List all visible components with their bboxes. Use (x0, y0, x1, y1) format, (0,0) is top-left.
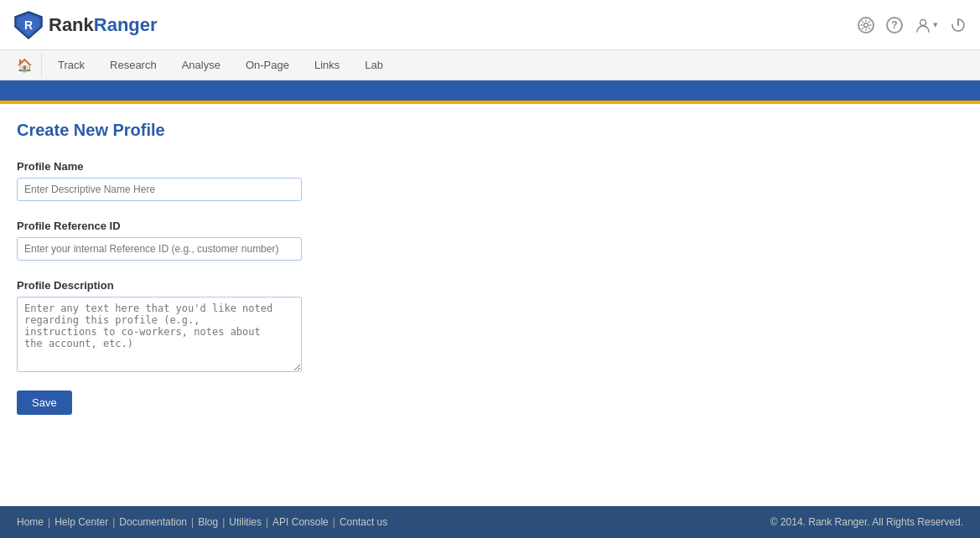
profile-name-input[interactable] (17, 178, 302, 201)
profile-name-group: Profile Name (17, 160, 963, 201)
footer-copyright: © 2014. Rank Ranger. All Rights Reserved… (770, 516, 963, 528)
nav-tab-track[interactable]: Track (45, 51, 97, 79)
user-dropdown-arrow: ▾ (933, 19, 938, 30)
page-title: Create New Profile (17, 121, 963, 140)
header-icons: ? ▾ (858, 17, 967, 34)
footer-sep-5: | (266, 516, 268, 528)
save-button[interactable]: Save (17, 391, 72, 415)
profile-ref-group: Profile Reference ID (17, 220, 963, 261)
profile-desc-label: Profile Description (17, 279, 963, 292)
nav-tab-lab[interactable]: Lab (352, 51, 396, 79)
svg-point-3 (864, 23, 869, 27)
profile-desc-group: Profile Description (17, 279, 963, 372)
header: R RankRanger ? ▾ (0, 0, 980, 50)
help-icon[interactable]: ? (886, 17, 903, 34)
nav-tab-analyse[interactable]: Analyse (169, 51, 233, 79)
footer-link-contactus[interactable]: Contact us (340, 516, 387, 528)
user-menu[interactable]: ▾ (915, 17, 938, 34)
footer-link-home[interactable]: Home (17, 516, 44, 528)
footer-sep-4: | (222, 516, 225, 528)
nav-tab-links[interactable]: Links (302, 51, 352, 79)
logo[interactable]: R RankRanger (13, 10, 158, 40)
logo-shield-icon: R (13, 10, 44, 40)
footer-link-helpcenter[interactable]: Help Center (54, 516, 108, 528)
svg-text:R: R (24, 18, 33, 32)
footer-sep-6: | (333, 516, 335, 528)
blue-banner (0, 80, 980, 104)
footer-link-apiconsole[interactable]: API Console (272, 516, 329, 528)
footer-link-documentation[interactable]: Documentation (119, 516, 187, 528)
profile-name-label: Profile Name (17, 160, 963, 173)
profile-ref-input[interactable] (17, 237, 302, 261)
footer-link-utilities[interactable]: Utilities (229, 516, 262, 528)
footer: Home | Help Center | Documentation | Blo… (0, 506, 980, 538)
user-icon (915, 17, 931, 34)
settings-icon[interactable] (858, 17, 874, 34)
svg-point-4 (920, 19, 926, 25)
nav-home-button[interactable]: 🏠 (8, 53, 42, 78)
nav-tab-onpage[interactable]: On-Page (233, 51, 302, 79)
footer-sep-3: | (191, 516, 194, 528)
power-icon[interactable] (950, 17, 967, 34)
nav-tab-research[interactable]: Research (97, 51, 169, 79)
footer-sep-2: | (112, 516, 115, 528)
main-content: Create New Profile Profile Name Profile … (0, 104, 980, 506)
nav-bar: 🏠 Track Research Analyse On-Page Links L… (0, 50, 980, 80)
footer-links: Home | Help Center | Documentation | Blo… (17, 516, 387, 528)
profile-ref-label: Profile Reference ID (17, 220, 963, 232)
footer-link-blog[interactable]: Blog (198, 516, 218, 528)
footer-sep-1: | (48, 516, 50, 528)
profile-desc-textarea[interactable] (17, 297, 302, 372)
logo-text: RankRanger (49, 14, 158, 36)
